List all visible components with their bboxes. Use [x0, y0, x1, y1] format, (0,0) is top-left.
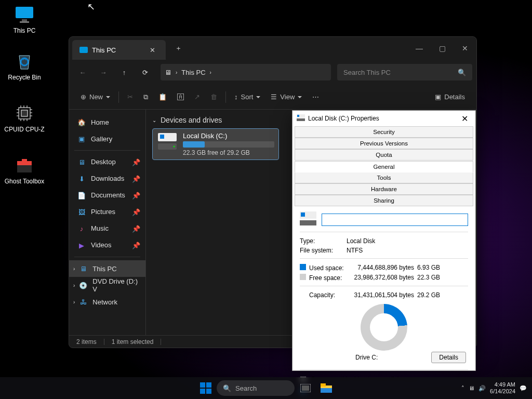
- home-icon: 🏠: [77, 118, 86, 126]
- cut-button[interactable]: ✂: [122, 89, 138, 105]
- tab-close-button[interactable]: ✕: [145, 46, 159, 54]
- disc-icon: 💿: [79, 281, 87, 289]
- more-button[interactable]: ⋯: [307, 89, 324, 105]
- network-icon[interactable]: 🖥: [469, 385, 474, 391]
- sidebar-item-videos[interactable]: ▶Videos📌: [69, 237, 145, 254]
- view-button[interactable]: ☰View: [265, 89, 307, 105]
- sort-button[interactable]: ↕Sort: [229, 89, 265, 105]
- tab-thispc[interactable]: This PC ✕: [72, 40, 166, 60]
- svg-rect-27: [297, 118, 305, 121]
- monitor-icon: [79, 47, 88, 53]
- usage-pie-chart: [361, 304, 407, 351]
- taskbar-clock[interactable]: 4:49 AM 6/14/2024: [490, 381, 515, 395]
- maximize-button[interactable]: ▢: [431, 37, 454, 60]
- chevron-right-icon: ›: [176, 70, 177, 75]
- drive-label: Drive C:: [355, 354, 378, 361]
- sort-icon: ↕: [234, 93, 238, 101]
- details-icon: ▣: [435, 93, 441, 101]
- search-input[interactable]: Search This PC 🔍: [337, 64, 472, 81]
- tab-hardware[interactable]: Hardware: [295, 183, 473, 195]
- close-button[interactable]: ✕: [458, 114, 471, 124]
- gallery-icon: ▣: [77, 135, 86, 143]
- plus-icon: ⊕: [81, 93, 86, 101]
- svg-rect-31: [200, 382, 205, 388]
- taskbar-app-explorer[interactable]: [316, 378, 336, 398]
- disk-cleanup-button[interactable]: Details: [431, 352, 466, 363]
- chevron-down-icon: [256, 96, 260, 98]
- delete-button[interactable]: 🗑: [205, 89, 222, 105]
- taskbar-search[interactable]: 🔍Search: [217, 380, 295, 396]
- breadcrumb-bar[interactable]: 🖥 › This PC ›: [161, 64, 331, 81]
- svg-rect-30: [300, 220, 316, 225]
- tab-security[interactable]: Security: [295, 126, 473, 138]
- close-button[interactable]: ✕: [454, 37, 476, 60]
- breadcrumb-item[interactable]: This PC: [181, 69, 205, 76]
- tab-quota[interactable]: Quota: [295, 149, 473, 161]
- chevron-right-icon: ›: [73, 299, 75, 305]
- tray-chevron[interactable]: ˄: [461, 385, 464, 392]
- sidebar-item-dvd[interactable]: ›💿DVD Drive (D:) V: [69, 277, 145, 294]
- svg-rect-39: [321, 388, 332, 393]
- rename-icon: 🄰: [177, 93, 184, 101]
- pin-icon: 📌: [132, 192, 140, 200]
- desktop-icon-cpuz[interactable]: CPUID CPU-Z: [4, 103, 45, 133]
- new-button[interactable]: ⊕New: [75, 89, 115, 105]
- sidebar-item-pictures[interactable]: 🖼Pictures📌: [69, 204, 145, 220]
- volume-label-input[interactable]: [322, 214, 468, 226]
- cpu-icon: [14, 103, 35, 124]
- notifications-icon[interactable]: 💬: [520, 385, 527, 392]
- drive-icon: [297, 114, 305, 123]
- search-icon: 🔍: [223, 384, 231, 392]
- free-size: 22.3 GB: [414, 274, 440, 282]
- sidebar-item-thispc[interactable]: ›🖥This PC: [69, 260, 145, 277]
- volume-icon[interactable]: 🔊: [478, 385, 486, 392]
- desktop-icon-thispc[interactable]: This PC: [4, 4, 45, 34]
- tab-previous-versions[interactable]: Previous Versions: [295, 138, 473, 149]
- desktop-icon-ghost[interactable]: Ghost Toolbox: [4, 155, 45, 185]
- sidebar-item-downloads[interactable]: ⬇Downloads📌: [69, 170, 145, 187]
- back-button[interactable]: ←: [73, 64, 92, 81]
- desktop-icon-recyclebin[interactable]: Recycle Bin: [4, 51, 45, 81]
- new-tab-button[interactable]: ＋: [171, 44, 185, 53]
- monitor-icon: 🖥: [79, 264, 87, 273]
- sidebar-item-music[interactable]: ♪Music📌: [69, 220, 145, 237]
- svg-rect-32: [206, 382, 211, 388]
- free-swatch: [300, 274, 306, 280]
- share-button[interactable]: ↗: [189, 89, 205, 105]
- music-icon: ♪: [77, 224, 86, 233]
- rename-button[interactable]: 🄰: [172, 89, 189, 105]
- svg-rect-26: [297, 115, 299, 117]
- status-selection: 1 item selected: [112, 338, 154, 345]
- up-button[interactable]: ↑: [115, 64, 134, 81]
- details-pane-button[interactable]: ▣Details: [430, 89, 470, 105]
- sidebar-item-desktop[interactable]: 🖥Desktop📌: [69, 154, 145, 170]
- tab-tools[interactable]: Tools: [295, 172, 473, 183]
- drive-item-c[interactable]: Local Disk (C:) 22.3 GB free of 29.2 GB: [152, 128, 279, 160]
- forward-button[interactable]: →: [94, 64, 113, 81]
- taskview-button[interactable]: [296, 378, 315, 398]
- dialog-titlebar[interactable]: Local Disk (C:) Properties ✕: [292, 111, 475, 126]
- svg-point-24: [174, 146, 175, 148]
- tab-title: This PC: [92, 46, 116, 54]
- sidebar-item-documents[interactable]: 📄Documents📌: [69, 187, 145, 204]
- svg-rect-1: [22, 19, 27, 21]
- refresh-button[interactable]: ⟳: [136, 64, 154, 81]
- titlebar[interactable]: This PC ✕ ＋ — ▢ ✕: [69, 37, 476, 60]
- filesystem-value: NTFS: [347, 247, 468, 254]
- sidebar-item-home[interactable]: 🏠Home: [69, 114, 145, 130]
- videos-icon: ▶: [77, 241, 86, 249]
- capacity-bytes: 31,431,061,504 bytes: [347, 291, 414, 299]
- svg-rect-0: [16, 7, 33, 18]
- sidebar-item-network[interactable]: ›🖧Network: [69, 294, 145, 310]
- recyclebin-icon: [14, 51, 35, 72]
- view-icon: ☰: [271, 93, 277, 101]
- copy-button[interactable]: ⧉: [138, 89, 153, 105]
- minimize-button[interactable]: —: [408, 37, 431, 60]
- paste-button[interactable]: 📋: [153, 89, 172, 105]
- sidebar-item-gallery[interactable]: ▣Gallery: [69, 130, 145, 147]
- dialog-title: Local Disk (C:) Properties: [308, 115, 379, 122]
- tab-sharing[interactable]: Sharing: [295, 195, 473, 206]
- start-button[interactable]: [196, 378, 216, 398]
- capacity-size: 29.2 GB: [414, 291, 440, 299]
- tab-general[interactable]: General: [295, 161, 473, 172]
